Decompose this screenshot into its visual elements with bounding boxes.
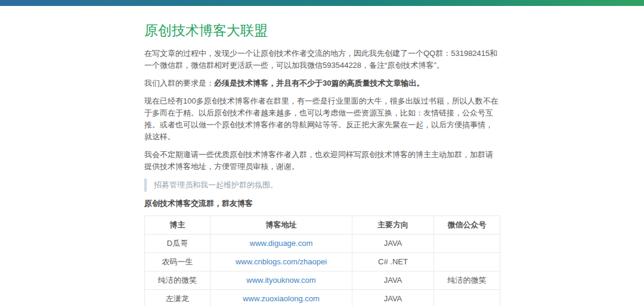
requirement-prefix: 我们入群的要求是： — [144, 79, 214, 88]
blogger-cell: 农码一生 — [145, 253, 210, 271]
blog-url-link[interactable]: www.cnblogs.com/zhaopei — [236, 257, 327, 266]
wechat-cell — [434, 235, 500, 253]
direction-cell: JAVA — [352, 235, 434, 253]
column-header-blogger: 博主 — [145, 216, 210, 235]
blog-url-link[interactable]: www.zuoxiaolong.com — [243, 294, 320, 303]
column-header-blog-url: 博客地址 — [210, 216, 352, 235]
recruit-admin-quote-text: 招募管理员和我一起维护群的氛围。 — [154, 179, 500, 191]
blogger-cell: 纯洁的微笑 — [145, 271, 210, 290]
requirement-paragraph: 我们入群的要求是：必须是技术博客，并且有不少于30篇的高质量技术文章输出。 — [144, 77, 500, 89]
blog-url-cell: www.zuoxiaolong.com — [210, 290, 352, 306]
intro-paragraph: 在写文章的过程中，发现少一个让原创技术作者交流的地方，因此我先创建了一个QQ群：… — [144, 48, 500, 71]
invitation-paragraph: 我会不定期邀请一些优质原创技术博客作者入群，也欢迎同样写原创技术博客的博主主动加… — [144, 149, 500, 173]
article-content: 原创技术博客大联盟 在写文章的过程中，发现少一个让原创技术作者交流的地方，因此我… — [144, 23, 500, 306]
bloggers-table: 博主 博客地址 主要方向 微信公众号 D瓜哥 www.diguage.com J… — [144, 216, 500, 306]
blogger-cell: D瓜哥 — [145, 235, 210, 253]
bloggers-table-body: D瓜哥 www.diguage.com JAVA 农码一生 www.cnblog… — [145, 235, 500, 306]
blogger-cell: 左潇龙 — [145, 290, 210, 306]
wechat-cell — [434, 253, 500, 271]
blog-url-link[interactable]: www.ityouknow.com — [246, 276, 315, 285]
table-row: 左潇龙 www.zuoxiaolong.com JAVA — [145, 290, 500, 306]
blog-url-cell: www.ityouknow.com — [210, 271, 352, 290]
recruit-admin-quote: 招募管理员和我一起维护群的氛围。 — [144, 179, 500, 192]
table-row: 农码一生 www.cnblogs.com/zhaopei C# .NET — [145, 253, 500, 271]
blog-url-cell: www.diguage.com — [210, 235, 352, 253]
requirement-bold-text: 必须是技术博客，并且有不少于30篇的高质量技术文章输出。 — [214, 79, 424, 88]
column-header-wechat: 微信公众号 — [434, 216, 500, 235]
direction-cell: JAVA — [352, 290, 434, 306]
blog-url-link[interactable]: www.diguage.com — [250, 239, 313, 248]
page-title: 原创技术博客大联盟 — [144, 23, 500, 39]
table-header-row: 博主 博客地址 主要方向 微信公众号 — [145, 216, 500, 235]
blog-url-cell: www.cnblogs.com/zhaopei — [210, 253, 352, 271]
wechat-cell — [434, 290, 500, 306]
direction-cell: C# .NET — [352, 253, 434, 271]
table-row: D瓜哥 www.diguage.com JAVA — [145, 235, 500, 253]
direction-cell: JAVA — [352, 271, 434, 290]
table-row: 纯洁的微笑 www.ityouknow.com JAVA 纯洁的微笑 — [145, 271, 500, 290]
top-gradient-bar — [0, 0, 644, 6]
column-header-direction: 主要方向 — [352, 216, 434, 235]
community-paragraph: 现在已经有100多原创技术博客作者在群里，有一些是行业里面的大牛，很多出版过书籍… — [144, 95, 500, 143]
wechat-cell: 纯洁的微笑 — [434, 271, 500, 290]
bloggers-table-heading: 原创技术博客交流群，群友博客 — [144, 198, 500, 210]
